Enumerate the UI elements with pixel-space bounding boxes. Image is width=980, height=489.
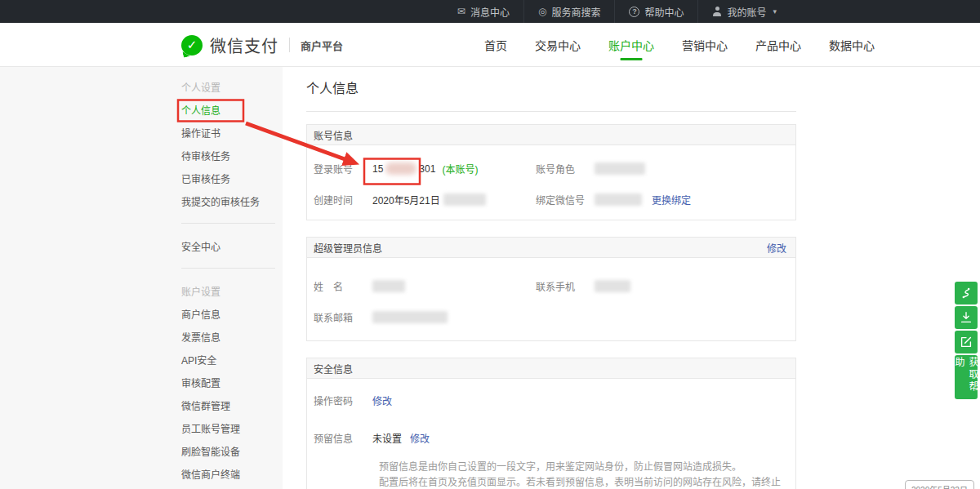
user-icon: [712, 7, 722, 16]
reserved-info-field: 预留信息 未设置 修改: [314, 431, 789, 445]
admin-email-label: 联系邮箱: [314, 310, 372, 324]
logo-check-glyph: ✓: [187, 38, 198, 52]
nav-account-center[interactable]: 账户中心: [608, 23, 654, 67]
redacted-account-role: [595, 162, 645, 175]
security-info-panel: 安全信息 操作密码 修改 预留信息 未设置 修改 预留信息是由你自己设置的一段文…: [306, 358, 796, 489]
security-info-panel-header: 安全信息: [307, 358, 795, 379]
service-provider-search-menu-item[interactable]: ◎ 服务商搜索: [523, 0, 615, 23]
sidebar-item-staff-account-management[interactable]: 员工账号管理: [181, 416, 283, 439]
envelope-icon: ✉: [457, 7, 466, 16]
bound-wechat-field: 绑定微信号 更换绑定: [536, 193, 789, 207]
change-binding-link[interactable]: 更换绑定: [652, 193, 691, 207]
admin-email-field: 联系邮箱: [314, 310, 536, 324]
login-account-prefix: 15: [372, 163, 383, 175]
admin-phone-label: 联系手机: [536, 279, 595, 293]
sidebar-item-api-security[interactable]: API安全: [181, 348, 283, 371]
sidebar-divider: [181, 223, 275, 224]
set-reserved-info-link[interactable]: 修改: [410, 431, 430, 445]
login-account-label: 登录账号: [314, 162, 372, 176]
nav-marketing-center[interactable]: 营销中心: [682, 23, 728, 67]
reserved-info-label: 预留信息: [314, 431, 372, 445]
main-nav: 首页 交易中心 账户中心 营销中心 产品中心 数据中心: [484, 23, 875, 67]
question-icon: ?: [629, 7, 639, 17]
sidebar-header-personal-settings: 个人设置: [181, 75, 283, 98]
security-info-panel-title: 安全信息: [314, 362, 353, 376]
download-button[interactable]: [955, 306, 978, 329]
nav-product-center[interactable]: 产品中心: [755, 23, 801, 67]
redacted-created-time: [443, 193, 486, 206]
login-account-suffix: 301: [419, 163, 435, 175]
reserved-info-desc-line1: 预留信息是由你自己设置的一段文字，用来鉴定网站身份，防止假冒网站造成损失。: [379, 460, 789, 475]
get-help-button[interactable]: 获取帮助: [955, 355, 978, 399]
message-center-menu-item[interactable]: ✉ 消息中心: [443, 0, 523, 23]
nav-home[interactable]: 首页: [484, 23, 507, 67]
login-account-field: 登录账号 15301 (本账号): [314, 162, 536, 176]
operation-password-field: 操作密码 修改: [314, 393, 789, 407]
contact-icon: [959, 286, 973, 300]
account-role-field: 账号角色: [536, 162, 789, 176]
sidebar-item-wechat-merchant-terminal[interactable]: 微信商户终端: [181, 462, 283, 485]
sidebar-item-my-submitted-review-tasks[interactable]: 我提交的审核任务: [181, 189, 283, 212]
super-admin-panel-title: 超级管理员信息: [314, 241, 382, 255]
super-admin-panel-header: 超级管理员信息 修改: [307, 238, 795, 258]
sidebar-divider: [181, 268, 275, 269]
wechat-pay-logo-icon: ✓: [181, 35, 203, 56]
sidebar-item-reviewed-tasks[interactable]: 已审核任务: [181, 167, 283, 189]
sidebar-item-wechat-group-management[interactable]: 微信群管理: [181, 393, 283, 416]
service-provider-search-label: 服务商搜索: [551, 5, 600, 19]
sidebar-header-account-settings: 账户设置: [181, 279, 283, 302]
brand-name: 微信支付: [210, 33, 278, 57]
message-center-label: 消息中心: [470, 5, 510, 19]
help-center-label: 帮助中心: [644, 5, 684, 19]
help-center-menu-item[interactable]: ? 帮助中心: [614, 0, 697, 23]
admin-phone-field: 联系手机: [536, 279, 789, 293]
sidebar-item-merchant-info[interactable]: 商户信息: [181, 302, 283, 325]
nav-transaction-center[interactable]: 交易中心: [535, 23, 581, 67]
redacted-admin-phone: [595, 280, 630, 292]
my-account-menu-item[interactable]: 我的账号 ▾: [697, 0, 791, 23]
wechat-pay-merchant-portal: ✉ 消息中心 ◎ 服务商搜索 ? 帮助中心 我的账号 ▾ ✓ 微信支付: [0, 0, 980, 489]
admin-name-field: 姓 名: [314, 279, 536, 293]
security-info-panel-body: 操作密码 修改 预留信息 未设置 修改 预留信息是由你自己设置的一段文字，用来鉴…: [307, 379, 795, 489]
operation-password-label: 操作密码: [314, 393, 372, 407]
sidebar-item-review-config[interactable]: 审核配置: [181, 371, 283, 393]
download-icon: [959, 310, 973, 325]
sidebar-item-personal-info[interactable]: 个人信息: [181, 98, 283, 121]
account-info-panel-header: 账号信息: [307, 125, 795, 145]
topbar-menu: ✉ 消息中心 ◎ 服务商搜索 ? 帮助中心 我的账号 ▾: [443, 0, 791, 23]
feedback-button[interactable]: [955, 331, 978, 353]
edit-admin-link[interactable]: 修改: [767, 241, 786, 255]
account-info-panel: 账号信息 登录账号 15301 (本账号) 账号角色: [306, 124, 796, 220]
date-chip: 2020年5月22日: [905, 480, 974, 489]
super-admin-panel-body: 姓 名 联系手机 联系邮箱: [307, 258, 795, 340]
redacted-login-middle: [385, 162, 416, 175]
nav-data-center[interactable]: 数据中心: [829, 23, 875, 67]
change-password-link[interactable]: 修改: [372, 393, 392, 407]
sidebar-item-invoice-info[interactable]: 发票信息: [181, 325, 283, 348]
contact-service-button[interactable]: [955, 282, 978, 305]
super-admin-panel: 超级管理员信息 修改 姓 名 联系手机 联系邮箱: [306, 237, 796, 341]
reserved-info-description: 预留信息是由你自己设置的一段文字，用来鉴定网站身份，防止假冒网站造成损失。 配置…: [379, 460, 789, 489]
redacted-wechat-id: [595, 193, 642, 206]
account-role-label: 账号角色: [536, 162, 595, 176]
my-account-label: 我的账号: [727, 5, 766, 19]
created-time-value: 2020年5月21日: [372, 193, 440, 207]
sidebar-item-face-recognition-devices[interactable]: 刷脸智能设备: [181, 439, 283, 462]
title-divider: [306, 111, 796, 112]
topbar: ✉ 消息中心 ◎ 服务商搜索 ? 帮助中心 我的账号 ▾: [0, 0, 980, 23]
sidebar-item-pending-review-tasks[interactable]: 待审核任务: [181, 144, 283, 167]
bound-wechat-label: 绑定微信号: [536, 193, 595, 207]
current-account-tag: (本账号): [442, 162, 478, 176]
chevron-down-icon: ▾: [773, 7, 777, 16]
floating-toolbar: 获取帮助: [955, 282, 978, 399]
sidebar-item-operation-certificate[interactable]: 操作证书: [181, 121, 283, 144]
brand-portal-label: 商户平台: [301, 38, 343, 53]
brand[interactable]: ✓ 微信支付 商户平台: [181, 23, 343, 67]
sidebar-item-security-center[interactable]: 安全中心: [181, 234, 283, 257]
site-header: ✓ 微信支付 商户平台 首页 交易中心 账户中心 营销中心 产品中心 数据中心: [0, 23, 980, 67]
reserved-info-status: 未设置: [372, 431, 402, 445]
created-time-field: 创建时间 2020年5月21日: [314, 193, 536, 207]
search-icon: ◎: [538, 7, 546, 16]
brand-divider: [289, 38, 290, 52]
main-content: 个人信息 账号信息 登录账号 15301 (本账号) 账号角色: [306, 67, 796, 489]
